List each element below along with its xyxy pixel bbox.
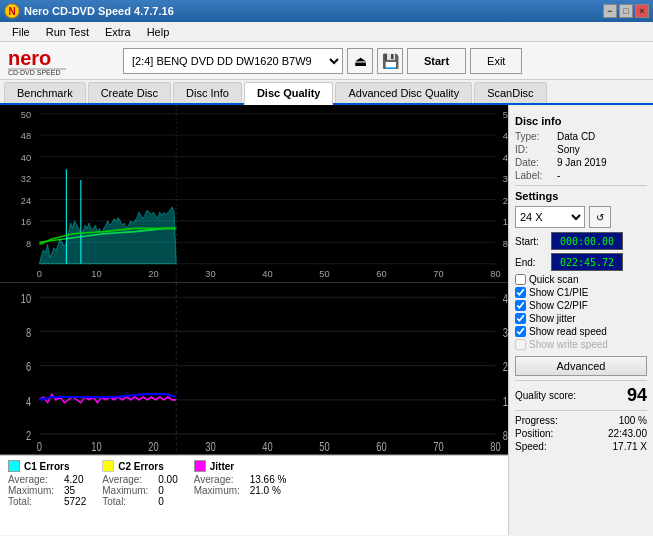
progress-row: Progress: 100 % — [515, 415, 647, 426]
disc-type-value: Data CD — [557, 131, 595, 142]
disc-label-row: Label: - — [515, 170, 647, 181]
titlebar: N Nero CD-DVD Speed 4.7.7.16 − □ × — [0, 0, 653, 22]
show-c1-checkbox[interactable] — [515, 287, 526, 298]
progress-label: Progress: — [515, 415, 558, 426]
c1-maximum-row: Maximum: 35 — [8, 485, 86, 496]
show-c2-checkbox[interactable] — [515, 300, 526, 311]
c2-total-row: Total: 0 — [102, 496, 177, 507]
top-graph-svg: 50 48 40 32 24 16 8 56 48 40 32 24 16 8 … — [0, 105, 508, 282]
advanced-button[interactable]: Advanced — [515, 356, 647, 376]
svg-text:40: 40 — [262, 440, 272, 454]
right-panel: Disc info Type: Data CD ID: Sony Date: 9… — [508, 105, 653, 535]
c1-total-label: Total: — [8, 496, 60, 507]
svg-text:50: 50 — [319, 267, 329, 278]
start-time-value[interactable]: 000:00.00 — [551, 232, 623, 250]
svg-text:32: 32 — [503, 173, 508, 184]
jitter-maximum-value: 21.0 % — [250, 485, 281, 496]
svg-text:24: 24 — [503, 195, 508, 206]
maximize-button[interactable]: □ — [619, 4, 633, 18]
svg-text:20: 20 — [148, 440, 158, 454]
position-row: Position: 22:43.00 — [515, 428, 647, 439]
tab-create-disc[interactable]: Create Disc — [88, 82, 171, 103]
c1-maximum-label: Maximum: — [8, 485, 60, 496]
tab-scandisc[interactable]: ScanDisc — [474, 82, 546, 103]
disc-id-label: ID: — [515, 144, 553, 155]
svg-text:8: 8 — [26, 237, 31, 248]
eject-button[interactable]: ⏏ — [347, 48, 373, 74]
window-title: Nero CD-DVD Speed 4.7.7.16 — [24, 5, 603, 17]
quick-scan-label: Quick scan — [529, 274, 578, 285]
jitter-label: Jitter — [210, 461, 234, 472]
svg-text:2: 2 — [26, 428, 31, 442]
progress-value: 100 % — [619, 415, 647, 426]
tab-disc-info[interactable]: Disc Info — [173, 82, 242, 103]
disc-info-title: Disc info — [515, 115, 647, 127]
svg-text:32: 32 — [503, 326, 508, 340]
c1-legend: C1 Errors Average: 4.20 Maximum: 35 Tota… — [8, 460, 86, 531]
jitter-maximum-label: Maximum: — [194, 485, 246, 496]
settings-refresh-btn[interactable]: ↺ — [589, 206, 611, 228]
jitter-color-box — [194, 460, 206, 472]
show-c2-row: Show C2/PIF — [515, 300, 647, 311]
save-button[interactable]: 💾 — [377, 48, 403, 74]
quality-label: Quality score: — [515, 390, 576, 401]
c2-maximum-row: Maximum: 0 — [102, 485, 177, 496]
jitter-legend: Jitter Average: 13.66 % Maximum: 21.0 % — [194, 460, 287, 531]
speed-label: Speed: — [515, 441, 547, 452]
disc-date-label: Date: — [515, 157, 553, 168]
svg-text:16: 16 — [503, 216, 508, 227]
svg-text:16: 16 — [21, 216, 31, 227]
show-read-speed-checkbox[interactable] — [515, 326, 526, 337]
c1-average-row: Average: 4.20 — [8, 474, 86, 485]
tab-benchmark[interactable]: Benchmark — [4, 82, 86, 103]
speed-value: 17.71 X — [613, 441, 647, 452]
toolbar: nero CD·DVD SPEED [2:4] BENQ DVD DD DW16… — [0, 42, 653, 80]
divider-1 — [515, 185, 647, 186]
svg-rect-42 — [0, 283, 508, 454]
svg-text:32: 32 — [21, 173, 31, 184]
svg-text:80: 80 — [490, 267, 500, 278]
minimize-button[interactable]: − — [603, 4, 617, 18]
svg-text:16: 16 — [503, 394, 508, 408]
quick-scan-checkbox[interactable] — [515, 274, 526, 285]
c2-average-value: 0.00 — [158, 474, 177, 485]
svg-text:24: 24 — [503, 360, 508, 374]
start-button[interactable]: Start — [407, 48, 466, 74]
menu-file[interactable]: File — [4, 24, 38, 40]
svg-text:70: 70 — [433, 267, 443, 278]
show-c2-label: Show C2/PIF — [529, 300, 588, 311]
speed-row: Speed: 17.71 X — [515, 441, 647, 452]
menu-help[interactable]: Help — [139, 24, 178, 40]
jitter-average-value: 13.66 % — [250, 474, 287, 485]
settings-title: Settings — [515, 190, 647, 202]
svg-text:10: 10 — [21, 292, 31, 306]
end-time-row: End: 022:45.72 — [515, 253, 647, 271]
show-jitter-row: Show jitter — [515, 313, 647, 324]
tab-advanced-disc-quality[interactable]: Advanced Disc Quality — [335, 82, 472, 103]
svg-text:56: 56 — [503, 109, 508, 120]
close-button[interactable]: × — [635, 4, 649, 18]
svg-text:60: 60 — [376, 267, 386, 278]
exit-button[interactable]: Exit — [470, 48, 522, 74]
svg-text:8: 8 — [503, 428, 508, 442]
show-jitter-checkbox[interactable] — [515, 313, 526, 324]
drive-selector[interactable]: [2:4] BENQ DVD DD DW1620 B7W9 — [123, 48, 343, 74]
legend-area: C1 Errors Average: 4.20 Maximum: 35 Tota… — [0, 455, 508, 535]
disc-type-row: Type: Data CD — [515, 131, 647, 142]
jitter-average-label: Average: — [194, 474, 246, 485]
quality-score-value: 94 — [627, 385, 647, 406]
tab-disc-quality[interactable]: Disc Quality — [244, 82, 334, 105]
menu-extra[interactable]: Extra — [97, 24, 139, 40]
svg-text:30: 30 — [205, 440, 215, 454]
c2-legend: C2 Errors Average: 0.00 Maximum: 0 Total… — [102, 460, 177, 531]
divider-3 — [515, 410, 647, 411]
disc-date-row: Date: 9 Jan 2019 — [515, 157, 647, 168]
c1-average-label: Average: — [8, 474, 60, 485]
end-time-value[interactable]: 022:45.72 — [551, 253, 623, 271]
svg-text:80: 80 — [490, 440, 500, 454]
speed-selector[interactable]: 24 X — [515, 206, 585, 228]
bottom-graph-svg: 10 8 6 4 2 40 32 24 16 8 0 10 20 30 40 5… — [0, 283, 508, 454]
c1-average-value: 4.20 — [64, 474, 83, 485]
svg-text:40: 40 — [21, 152, 31, 163]
menu-run-test[interactable]: Run Test — [38, 24, 97, 40]
